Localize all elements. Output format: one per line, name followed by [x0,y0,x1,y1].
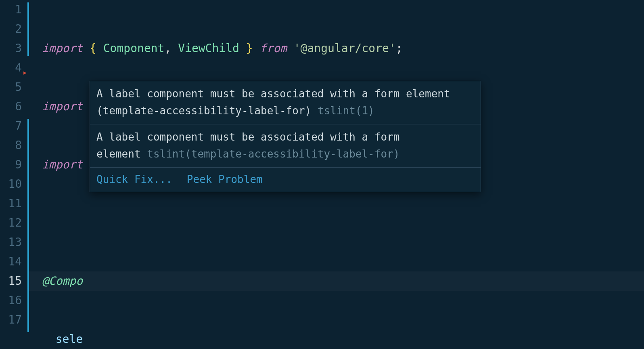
hover-source: tslint(template-accessibility-label-for) [147,148,399,160]
problem-hover-widget: A label component must be associated wit… [90,81,481,192]
line-number: 3 [0,39,22,58]
line-number: 14 [0,252,22,271]
hover-text: element [96,148,147,160]
hover-actions: Quick Fix... Peek Problem [90,167,481,192]
line-number: 5 [0,78,22,97]
line-number: 8 [0,136,22,155]
hover-message: A label component must be associated wit… [90,124,481,167]
line-number: 11 [0,194,22,213]
hover-text: A label component must be associated wit… [96,131,399,143]
hover-source: tslint(1) [318,105,374,117]
line-number-gutter: 1 2 3 4 5 6 7 8 9 10 11 12 13 14 15 16 1… [0,0,27,349]
line-number: 6 [0,97,22,116]
peek-problem-link[interactable]: Peek Problem [187,171,263,188]
line-number: 12 [0,213,22,233]
hover-message: A label component must be associated wit… [90,81,481,124]
line-number: 10 [0,174,22,194]
fold-marker-icon[interactable]: ▸ [23,63,27,82]
code-line: import { Component, ViewChild } from '@a… [42,39,644,58]
code-line [42,213,644,233]
line-number: 2 [0,19,22,39]
quick-fix-link[interactable]: Quick Fix... [96,171,172,188]
code-editor[interactable]: 1 2 3 4 5 6 7 8 9 10 11 12 13 14 15 16 1… [0,0,644,349]
hover-text: A label component must be associated wit… [96,88,450,100]
code-line: sele [42,330,644,349]
code-line: @Compo [42,271,644,291]
line-number: 1 [0,0,22,19]
line-number: 16 [0,291,22,310]
line-number: 9 [0,155,22,174]
line-number: 7 [0,116,22,136]
line-number: 4 [0,58,22,78]
line-number: 17 [0,310,22,330]
line-number: 15 [0,271,22,291]
hover-text: (template-accessibility-label-for) [96,105,318,117]
line-number: 13 [0,233,22,252]
